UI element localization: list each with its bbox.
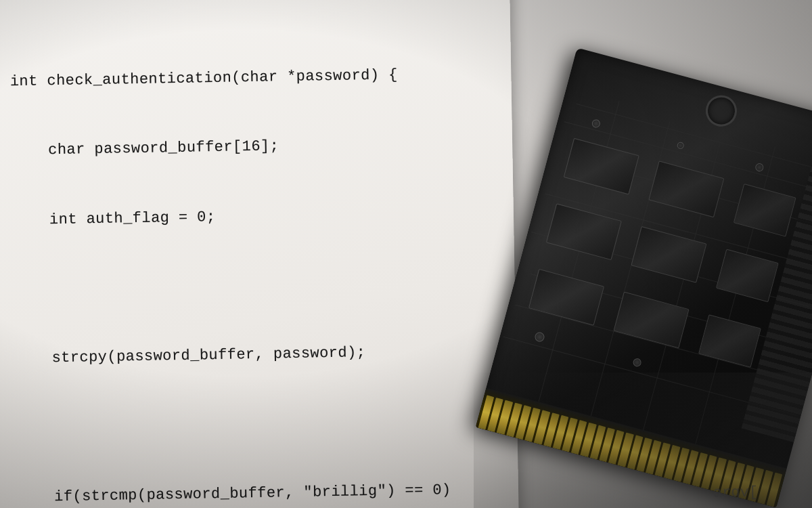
code-line-2: char password_buffer[16]; (11, 131, 484, 163)
code-block: int check_authentication(char *password)… (9, 16, 505, 508)
code-line-7: if(strcmp(password_buffer, "brillig") ==… (17, 478, 491, 508)
code-line-4 (14, 270, 487, 301)
code-line-6 (16, 409, 490, 440)
code-area: int check_authentication(char *password)… (9, 16, 505, 508)
code-line-3: int auth_flag = 0; (12, 201, 486, 232)
bottom-shadow (474, 373, 812, 508)
code-line-1: int check_authentication(char *password)… (10, 62, 484, 93)
code-line-5: strcpy(password_buffer, password); (15, 339, 489, 371)
